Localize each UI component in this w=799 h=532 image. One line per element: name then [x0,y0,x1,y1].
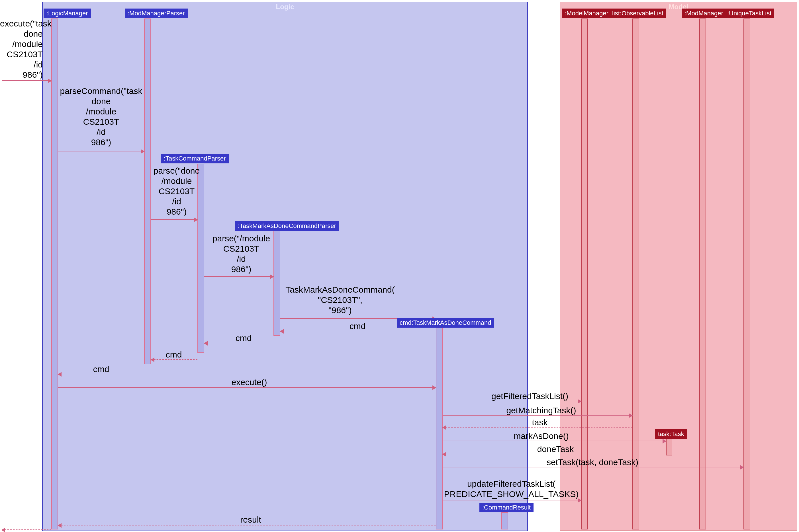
activation-command-result [501,512,508,529]
label-cmd-1: cmd [336,321,379,331]
label-mark-as-done: markAsDone() [484,431,598,441]
participant-list-observablelist: list:ObservableList [609,8,666,18]
msg-parse-1 [151,219,198,220]
msg-result [58,525,436,526]
label-execute-2: execute() [213,377,285,387]
label-update-filtered-task-list: updateFilteredTaskList( PREDICATE_SHOW_A… [439,479,584,499]
label-execute-1: execute("task done /module CS2103T /id 9… [0,19,43,80]
participant-mod-manager-parser: :ModManagerParser [125,8,188,18]
logic-frame: Logic [42,2,528,531]
label-result: result [222,515,279,525]
activation-list [632,19,639,529]
label-new-cmd: TaskMarkAsDoneCommand( "CS2103T", "986") [280,285,400,316]
label-cmd-3: cmd [152,349,195,360]
participant-command-result: :CommandResult [479,503,534,512]
participant-task-markasdone-command-parser: :TaskMarkAsDoneCommandParser [235,221,339,231]
participant-logic-manager: :LogicManager [43,8,91,18]
msg-update-filtered-task-list [443,500,581,500]
msg-parse-command [58,151,144,151]
msg-final-return [2,529,51,530]
participant-mod-manager-model: :ModManager [682,8,726,18]
participant-unique-task-list: :UniqueTaskList [724,8,774,18]
label-get-matching-task: getMatchingTask() [470,405,612,416]
activation-logic-manager [51,19,58,529]
activation-mod-manager [699,19,706,529]
label-set-task: setTask(task, doneTask) [513,457,672,468]
participant-task-command-parser: :TaskCommandParser [161,154,229,164]
participant-model-manager: :ModelManager [562,8,611,18]
label-parse-1: parse("done /module CS2103T /id 986") [148,166,205,217]
logic-frame-title: Logic [273,2,298,12]
label-parse-2: parse("/module CS2103T /id 986") [204,233,278,274]
activation-unique-task-list [743,19,750,529]
label-parse-command: parseCommand("task done /module CS2103T … [58,86,144,148]
activation-task [666,438,672,455]
participant-task-task: task:Task [655,429,687,439]
msg-parse-2 [204,276,274,277]
label-cmd-4: cmd [80,364,123,374]
participant-cmd-taskmarkasdone-command: cmd:TaskMarkAsDoneCommand [397,318,494,328]
label-cmd-2: cmd [222,333,265,343]
label-task: task [518,417,561,428]
label-get-filtered-task-list: getFilteredTaskList() [470,391,590,401]
label-done-task: doneTask [513,444,598,454]
msg-execute-1 [2,80,51,81]
